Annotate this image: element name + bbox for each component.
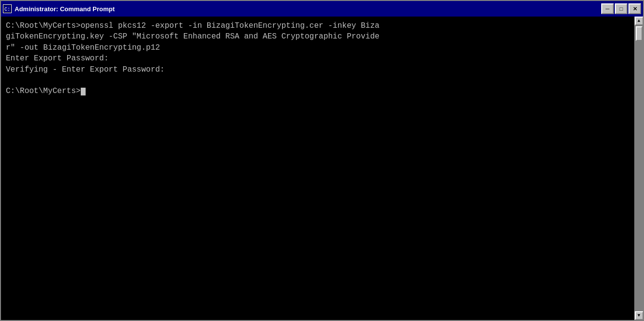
svg-text:C:: C:: [4, 7, 10, 12]
terminal-line-2: giTokenEncrypting.key -CSP "Microsoft En…: [6, 32, 379, 41]
scrollbar: ▲ ▼: [634, 17, 643, 320]
terminal-line-5: Verifying - Enter Export Password:: [6, 65, 164, 74]
terminal-line-4: Enter Export Password:: [6, 54, 108, 63]
title-bar-buttons: ─ □ ✕: [601, 3, 641, 14]
cmd-icon: C:: [3, 4, 12, 13]
scroll-up-button[interactable]: ▲: [635, 17, 644, 25]
scroll-down-button[interactable]: ▼: [635, 311, 644, 320]
close-button[interactable]: ✕: [628, 3, 641, 14]
terminal-line-7: C:\Root\MyCerts>: [6, 87, 81, 95]
terminal-line-3: r" -out BizagiTokenEncrypting.p12: [6, 43, 160, 52]
scroll-thumb[interactable]: [636, 26, 643, 41]
window-title: Administrator: Command Prompt: [15, 5, 115, 13]
terminal-area[interactable]: C:\Root\MyCerts>openssl pkcs12 -export -…: [1, 17, 634, 320]
scroll-track[interactable]: [635, 25, 643, 311]
terminal-line-1: C:\Root\MyCerts>openssl pkcs12 -export -…: [6, 21, 379, 30]
minimize-button[interactable]: ─: [601, 3, 614, 14]
terminal-content: C:\Root\MyCerts>openssl pkcs12 -export -…: [6, 20, 629, 97]
title-bar: C: Administrator: Command Prompt ─ □ ✕: [1, 1, 643, 17]
command-prompt-window: C: Administrator: Command Prompt ─ □ ✕ C…: [0, 0, 644, 321]
window-body: C:\Root\MyCerts>openssl pkcs12 -export -…: [1, 17, 643, 320]
maximize-button[interactable]: □: [615, 3, 627, 14]
cursor: [81, 88, 86, 95]
title-bar-left: C: Administrator: Command Prompt: [3, 4, 115, 13]
